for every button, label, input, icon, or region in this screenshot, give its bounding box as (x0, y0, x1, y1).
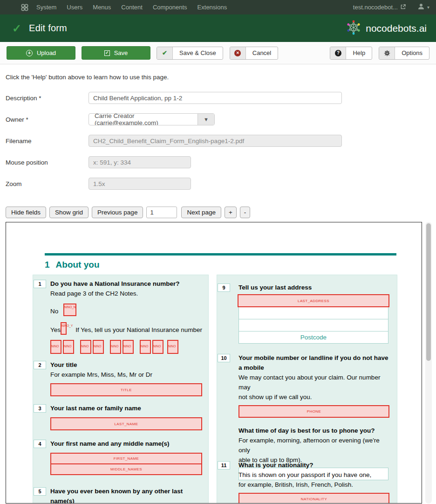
save-icon: ✓ (104, 50, 110, 56)
field-nino-4[interactable]: NINO (93, 340, 104, 354)
cancel-icon: ✕ (230, 47, 246, 59)
yes-label: Yes (50, 325, 61, 335)
field-last-name[interactable]: LAST_NAME (50, 417, 202, 430)
q2-title: Your title (50, 360, 202, 370)
field-label: NATIONALITY (301, 494, 327, 504)
field-nino-y[interactable]: NINO_Y (61, 322, 67, 335)
postcode-row: Postcode (238, 331, 388, 344)
question-3: 3 Your last name or family name LAST_NAM… (50, 403, 202, 430)
zoom-in-button[interactable]: + (225, 207, 237, 218)
section-number: 1 (45, 260, 50, 270)
field-nino-3[interactable]: NINO (80, 340, 91, 354)
gear-icon (379, 47, 395, 59)
caret-down-icon: ▾ (427, 5, 429, 10)
field-last-address[interactable]: LAST_ADDRESS (238, 294, 389, 307)
field-label: NINO_Y (61, 321, 66, 331)
help-icon: ? (330, 47, 346, 59)
save-close-label: Save & Close (173, 47, 223, 59)
save-label: Save (114, 49, 128, 56)
page-number-input[interactable] (146, 207, 177, 218)
field-label: NINO_N (64, 302, 75, 312)
check-green-icon: ✔ (157, 47, 173, 59)
upload-button[interactable]: + Upload (7, 46, 75, 60)
page-title: Edit form (29, 23, 67, 34)
field-nino-7[interactable]: NINO (140, 340, 151, 354)
brand-area: nocodebots.ai (345, 19, 427, 38)
site-preview-link[interactable]: test.nocodebot... (353, 4, 406, 11)
menu-item-components[interactable]: Components (153, 4, 187, 11)
owner-row: Owner * Carrie Creator (carrie@example.c… (6, 113, 436, 125)
section-heading: 1 About you (45, 260, 100, 270)
admin-menubar: System Users Menus Content Components Ex… (0, 0, 436, 14)
address-row (238, 307, 388, 319)
field-label: MIDDLE_NAMES (110, 464, 142, 474)
help-button[interactable]: ? Help (330, 47, 372, 60)
q11-title: What is your nationality? (238, 460, 389, 470)
save-close-button[interactable]: ✔ Save & Close (157, 47, 223, 60)
preview-scrollbar[interactable] (425, 222, 432, 504)
owner-select[interactable]: Carrie Creator (carrie@example.com) ▼ (89, 113, 215, 125)
show-grid-button[interactable]: Show grid (49, 207, 89, 218)
question-4: 4 Your first name and any middle name(s)… (50, 439, 202, 475)
question-1: 1 Do you have a National Insurance numbe… (50, 279, 202, 354)
field-nino-6[interactable]: NINO (123, 340, 134, 354)
field-label: FIRST_NAME (114, 454, 139, 463)
cancel-button[interactable]: ✕ Cancel (230, 47, 278, 60)
plus-circle-icon: + (26, 50, 33, 56)
select-caret-icon: ▼ (198, 114, 214, 125)
field-label: PHONE (307, 407, 321, 416)
field-nino-2[interactable]: NINO (63, 340, 74, 354)
menu-item-menus[interactable]: Menus (93, 4, 111, 11)
field-first-name[interactable]: FIRST_NAME (50, 453, 202, 464)
menu-item-users[interactable]: Users (67, 4, 82, 11)
field-nino-n[interactable]: NINO_N (63, 304, 76, 316)
question-number: 4 (34, 440, 46, 448)
pdf-right-panel: 9 Tell us your last address LAST_ADDRESS… (217, 275, 397, 504)
field-label: TITLE (121, 385, 132, 395)
q10-sub-line2: not show up if we call you. (238, 392, 389, 402)
menu-item-content[interactable]: Content (121, 4, 143, 11)
field-nino-1[interactable]: NINO (50, 340, 61, 354)
field-middle-names[interactable]: MIDDLE_NAMES (50, 463, 202, 475)
field-nino-9[interactable]: NINO (167, 340, 178, 354)
menu-item-system[interactable]: System (36, 4, 56, 11)
q3-title: Your last name or family name (50, 403, 202, 413)
question-11: 11 What is your nationality? This is sho… (238, 460, 389, 504)
mouse-position-label: Mouse position (6, 159, 89, 166)
q1-yes-row: Yes NINO_Y If Yes, tell us your National… (50, 320, 202, 335)
no-label: No (50, 306, 63, 316)
joomla-icon (20, 3, 29, 12)
description-input[interactable] (89, 92, 342, 104)
zoom-input (89, 178, 191, 190)
options-button[interactable]: Options (379, 47, 429, 60)
field-nino-8[interactable]: NINO (152, 340, 164, 354)
field-phone[interactable]: PHONE (238, 405, 389, 418)
user-icon (418, 3, 424, 11)
nocodebots-logo-icon (345, 19, 362, 38)
owner-label: Owner * (6, 116, 89, 123)
filename-row: Filename (6, 135, 436, 147)
save-button[interactable]: ✓ Save (82, 46, 150, 60)
filename-input (89, 135, 342, 147)
field-nationality[interactable]: NATIONALITY (238, 493, 389, 504)
pdf-canvas[interactable]: 1 About you 1 Do you have a National Ins… (6, 222, 422, 504)
user-menu[interactable]: ▾ (418, 3, 429, 11)
options-label: Options (395, 47, 429, 59)
mouse-position-row: Mouse position (6, 156, 436, 168)
q1-yes-hint: If Yes, tell us your National Insurance … (75, 325, 202, 335)
question-number: 1 (34, 280, 46, 288)
hide-fields-button[interactable]: Hide fields (6, 207, 46, 218)
zoom-out-button[interactable]: - (240, 207, 251, 218)
next-page-button[interactable]: Next page (181, 207, 221, 218)
previous-page-button[interactable]: Previous page (92, 207, 143, 218)
scrollbar-thumb[interactable] (426, 223, 431, 361)
page-header: ✓ Edit form nocodebots.ai (0, 14, 436, 42)
cancel-label: Cancel (246, 47, 278, 59)
upload-label: Upload (37, 49, 56, 56)
menu-item-extensions[interactable]: Extensions (198, 4, 227, 11)
owner-selected-value: Carrie Creator (carrie@example.com) (89, 114, 198, 125)
q10-sub-line1: We may contact you about your claim. Our… (238, 373, 389, 392)
field-nino-5[interactable]: NINO (110, 340, 121, 354)
q11-sub-line2: for example, British, Irish, French, Pol… (238, 480, 389, 490)
field-title[interactable]: TITLE (50, 383, 202, 396)
